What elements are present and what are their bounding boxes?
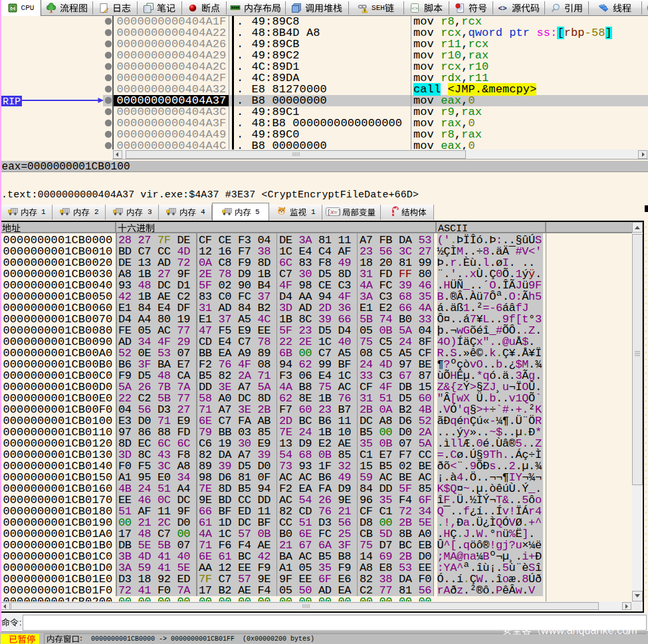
svg-text:=]: =] <box>334 209 340 216</box>
svg-text:<>: <> <box>498 5 507 13</box>
svg-text:<>: <> <box>411 5 418 11</box>
svg-text:64: 64 <box>10 6 15 11</box>
